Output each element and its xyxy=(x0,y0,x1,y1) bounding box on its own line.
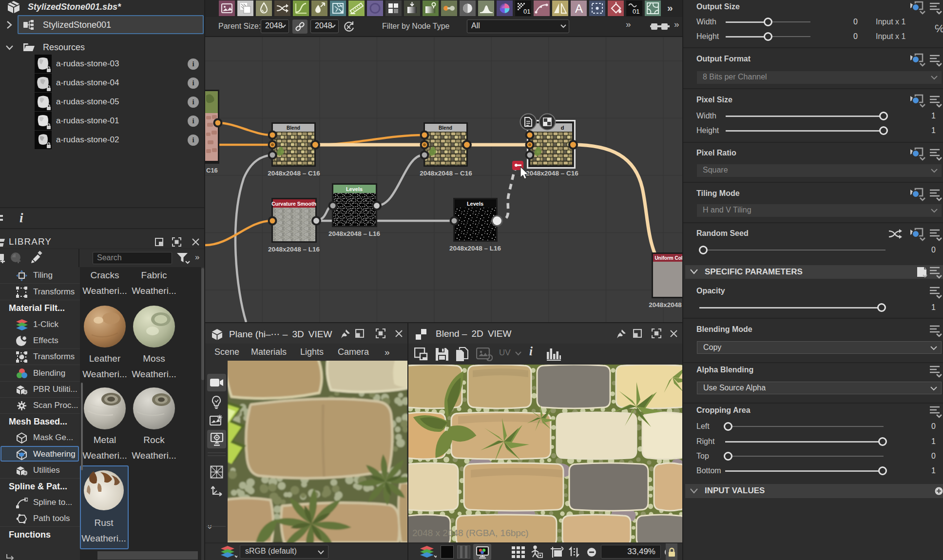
svg-text:2048x2048 – C16: 2048x2048 – C16 xyxy=(268,170,320,177)
svg-text:01: 01 xyxy=(523,8,530,15)
svg-text:2048x2048 – L16: 2048x2048 – L16 xyxy=(268,246,320,253)
svg-text:Blend: Blend xyxy=(287,125,300,131)
svg-text:C16: C16 xyxy=(206,167,218,174)
svg-text:2048 x 2048 (RGBA, 16bpc): 2048 x 2048 (RGBA, 16bpc) xyxy=(412,528,529,538)
svg-text:2048x2048 – C16: 2048x2048 – C16 xyxy=(420,170,472,177)
svg-text:Blend: Blend xyxy=(439,125,452,131)
svg-text:2048x2048 – L16: 2048x2048 – L16 xyxy=(328,230,380,237)
svg-text:01: 01 xyxy=(633,8,639,15)
svg-text:2048x2048 – L16: 2048x2048 – L16 xyxy=(449,245,501,252)
svg-text:Curvature Smooth: Curvature Smooth xyxy=(271,201,316,207)
svg-text:A: A xyxy=(575,2,583,15)
svg-text:d: d xyxy=(561,125,564,131)
svg-text:2048x2048: 2048x2048 xyxy=(649,301,682,309)
svg-text:2048x2048 – C16: 2048x2048 – C16 xyxy=(526,170,578,177)
svg-text:Levels: Levels xyxy=(467,201,483,207)
svg-text:Levels: Levels xyxy=(346,186,363,192)
svg-text:Uniform Col: Uniform Col xyxy=(654,255,682,261)
